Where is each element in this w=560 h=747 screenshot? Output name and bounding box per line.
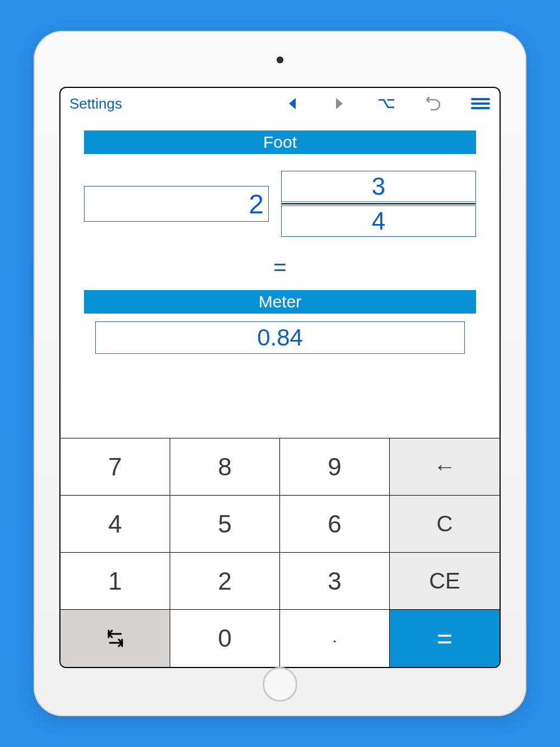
prev-icon[interactable] [284, 96, 300, 111]
toolbar-icons [284, 96, 488, 111]
key-7[interactable]: 7 [60, 438, 170, 496]
key-backspace[interactable]: ← [390, 438, 500, 496]
key-4[interactable]: 4 [60, 496, 170, 553]
whole-number-input[interactable]: 2 [84, 186, 269, 222]
triangle-right-icon [336, 98, 343, 109]
equals-label: = [84, 255, 476, 280]
triangle-left-icon [289, 98, 296, 109]
key-6[interactable]: 6 [280, 496, 390, 553]
key-clear-entry[interactable]: CE [390, 553, 500, 610]
tablet-frame: Settings [34, 31, 526, 716]
tablet-camera [277, 57, 283, 63]
fraction-divider [281, 203, 476, 204]
toolbar: Settings [60, 88, 500, 119]
key-swap[interactable] [60, 610, 170, 667]
next-icon[interactable] [332, 96, 347, 111]
numerator-input[interactable]: 3 [281, 171, 476, 202]
fraction-column: 3 4 [281, 171, 476, 237]
key-2[interactable]: 2 [170, 553, 280, 610]
key-decimal[interactable]: . [280, 610, 390, 667]
swap-icon [104, 628, 127, 648]
fraction-input-row: 2 3 4 [84, 171, 476, 237]
app-screen: Settings [59, 87, 501, 668]
keypad: 7 8 9 ← 4 5 6 C 1 2 3 CE 0 . = [60, 438, 500, 667]
key-5[interactable]: 5 [170, 496, 280, 553]
home-button[interactable] [263, 667, 297, 702]
key-0[interactable]: 0 [170, 610, 280, 667]
menu-icon[interactable] [473, 96, 488, 111]
to-unit-selector[interactable]: Meter [84, 290, 476, 314]
key-8[interactable]: 8 [170, 438, 280, 496]
conversion-area: Foot 2 3 4 = Meter 0.84 [60, 119, 500, 438]
denominator-input[interactable]: 4 [281, 206, 476, 237]
key-3[interactable]: 3 [280, 553, 390, 610]
undo-icon[interactable] [426, 96, 441, 111]
result-output: 0.84 [95, 321, 465, 354]
key-clear[interactable]: C [390, 496, 500, 553]
key-1[interactable]: 1 [60, 553, 170, 610]
option-key-icon[interactable] [379, 96, 394, 111]
settings-button[interactable]: Settings [65, 95, 122, 113]
key-equals[interactable]: = [390, 610, 500, 667]
key-9[interactable]: 9 [280, 438, 390, 496]
from-unit-selector[interactable]: Foot [84, 130, 476, 154]
